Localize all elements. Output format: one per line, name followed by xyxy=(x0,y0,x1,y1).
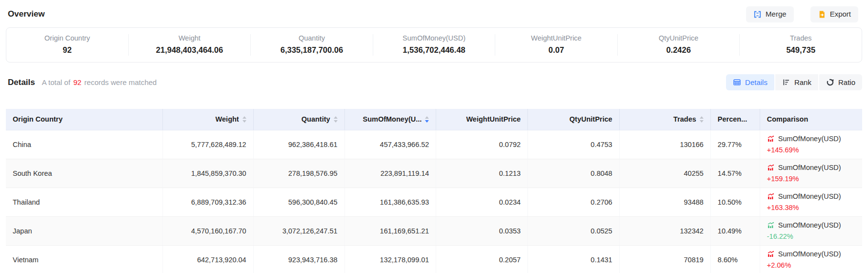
stat-item: Trades 549,735 xyxy=(740,34,862,56)
cell-weight: 1,845,859,370.30 xyxy=(162,159,253,188)
comparison-change-value: -16.22% xyxy=(767,231,855,242)
details-title: Details xyxy=(8,78,35,87)
column-label: Percen... xyxy=(718,115,747,123)
table-row: Japan 4,570,160,167.70 3,072,126,247.51 … xyxy=(6,216,862,245)
merge-button-label: Merge xyxy=(766,10,787,18)
cell-percentage: 8.60% xyxy=(710,245,760,273)
column-header-trades[interactable]: Trades xyxy=(619,109,710,130)
view-switcher: Details Rank Ratio xyxy=(726,74,862,90)
column-header-sum-of-money[interactable]: SumOfMoney(U... xyxy=(344,109,436,130)
cell-percentage: 10.49% xyxy=(710,216,760,245)
cell-origin-country: Vietnam xyxy=(6,245,162,273)
comparison-metric-label: SumOfMoney(USD) xyxy=(778,220,841,231)
cell-percentage: 14.57% xyxy=(710,159,760,188)
table-icon xyxy=(733,78,741,86)
stat-item: SumOfMoney(USD) 1,536,702,446.48 xyxy=(373,34,496,56)
cell-origin-country: Thailand xyxy=(6,188,162,216)
tab-rank[interactable]: Rank xyxy=(775,74,818,90)
stat-value: 6,335,187,700.06 xyxy=(251,45,373,55)
tab-ratio[interactable]: Ratio xyxy=(819,74,862,90)
cell-origin-country: South Korea xyxy=(6,159,162,188)
details-table: Origin Country Weight Quantity SumOfMone… xyxy=(6,109,862,273)
cell-weight-unit-price: 0.1213 xyxy=(436,159,528,188)
column-header-percentage: Percen... xyxy=(710,109,760,130)
table-header-row: Origin Country Weight Quantity SumOfMone… xyxy=(6,109,862,130)
cell-trades: 93488 xyxy=(619,188,710,216)
records-summary: A total of92records were matched xyxy=(42,78,157,86)
cell-weight: 6,889,709,312.36 xyxy=(162,188,253,216)
cell-percentage: 29.77% xyxy=(710,130,760,159)
cell-qty-unit-price: 0.1431 xyxy=(528,245,620,273)
comparison-metric-label: SumOfMoney(USD) xyxy=(778,162,841,173)
sort-carets-icon[interactable] xyxy=(334,116,338,123)
column-label: Origin Country xyxy=(13,115,62,123)
merge-button[interactable]: Merge xyxy=(746,6,794,22)
stat-value: 0.07 xyxy=(495,45,617,55)
trend-chart-icon xyxy=(767,135,775,143)
stat-label: SumOfMoney(USD) xyxy=(373,34,495,42)
cell-trades: 132342 xyxy=(619,216,710,245)
comparison-change-value: +2.06% xyxy=(767,260,855,271)
cell-sum-of-money: 223,891,119.14 xyxy=(344,159,436,188)
tab-ratio-label: Ratio xyxy=(838,78,855,86)
column-label: Trades xyxy=(673,115,696,123)
cell-comparison: SumOfMoney(USD) +2.06% xyxy=(760,245,862,273)
records-summary-suffix: records were matched xyxy=(84,78,157,86)
trend-chart-icon xyxy=(767,221,775,229)
column-header-weight[interactable]: Weight xyxy=(162,109,253,130)
cell-quantity: 962,386,418.61 xyxy=(253,130,344,159)
ratio-icon xyxy=(826,78,834,86)
cell-weight-unit-price: 0.0234 xyxy=(436,188,528,216)
page-title: Overview xyxy=(8,9,45,19)
column-label: Comparison xyxy=(767,115,808,123)
cell-comparison: SumOfMoney(USD) +159.19% xyxy=(760,159,862,188)
stat-value: 92 xyxy=(6,45,128,55)
details-left: Details A total of92records were matched xyxy=(8,78,157,87)
comparison-change-value: +145.69% xyxy=(767,145,855,156)
details-table-wrap: Origin Country Weight Quantity SumOfMone… xyxy=(6,109,862,273)
cell-qty-unit-price: 0.2706 xyxy=(528,188,620,216)
stat-value: 1,536,702,446.48 xyxy=(373,45,495,55)
overview-stats-card: Origin Country 92 Weight 21,948,403,464.… xyxy=(6,27,862,63)
cell-sum-of-money: 161,386,635.93 xyxy=(344,188,436,216)
comparison-metric-label: SumOfMoney(USD) xyxy=(778,191,841,202)
cell-percentage: 10.50% xyxy=(710,188,760,216)
column-label: SumOfMoney(U... xyxy=(363,115,422,123)
tab-details-label: Details xyxy=(745,78,767,86)
stat-label: WeightUnitPrice xyxy=(495,34,617,42)
merge-icon xyxy=(753,10,762,19)
cell-trades: 70819 xyxy=(619,245,710,273)
table-row: Vietnam 642,713,920.04 923,943,716.38 13… xyxy=(6,245,862,273)
sort-carets-icon[interactable] xyxy=(242,116,246,123)
tab-details[interactable]: Details xyxy=(726,74,774,90)
table-row: Thailand 6,889,709,312.36 596,300,840.45… xyxy=(6,188,862,216)
stat-item: Weight 21,948,403,464.06 xyxy=(129,34,251,56)
trend-chart-icon xyxy=(767,250,775,258)
cell-sum-of-money: 161,169,651.21 xyxy=(344,216,436,245)
column-label: Weight xyxy=(216,115,239,123)
cell-comparison: SumOfMoney(USD) -16.22% xyxy=(760,216,862,245)
table-row: China 5,777,628,489.12 962,386,418.61 45… xyxy=(6,130,862,159)
column-label: Quantity xyxy=(302,115,330,123)
trend-chart-icon xyxy=(767,192,775,200)
sort-carets-icon[interactable] xyxy=(425,116,429,123)
comparison-metric-label: SumOfMoney(USD) xyxy=(778,133,841,145)
column-header-quantity[interactable]: Quantity xyxy=(253,109,344,130)
cell-quantity: 923,943,716.38 xyxy=(253,245,344,273)
export-icon xyxy=(818,10,826,19)
export-button[interactable]: Export xyxy=(810,6,858,22)
cell-sum-of-money: 457,433,966.52 xyxy=(344,130,436,159)
cell-weight: 642,713,920.04 xyxy=(162,245,253,273)
sort-carets-icon[interactable] xyxy=(700,116,704,123)
cell-trades: 40255 xyxy=(619,159,710,188)
stat-label: Weight xyxy=(129,34,251,42)
details-header-row: Details A total of92records were matched… xyxy=(8,73,862,91)
cell-weight: 5,777,628,489.12 xyxy=(162,130,253,159)
comparison-change-value: +163.38% xyxy=(767,202,855,213)
cell-weight: 4,570,160,167.70 xyxy=(162,216,253,245)
rank-icon xyxy=(782,78,790,86)
records-summary-prefix: A total of xyxy=(42,78,70,86)
export-button-label: Export xyxy=(830,10,851,18)
tab-rank-label: Rank xyxy=(794,78,811,86)
cell-qty-unit-price: 0.0525 xyxy=(528,216,620,245)
